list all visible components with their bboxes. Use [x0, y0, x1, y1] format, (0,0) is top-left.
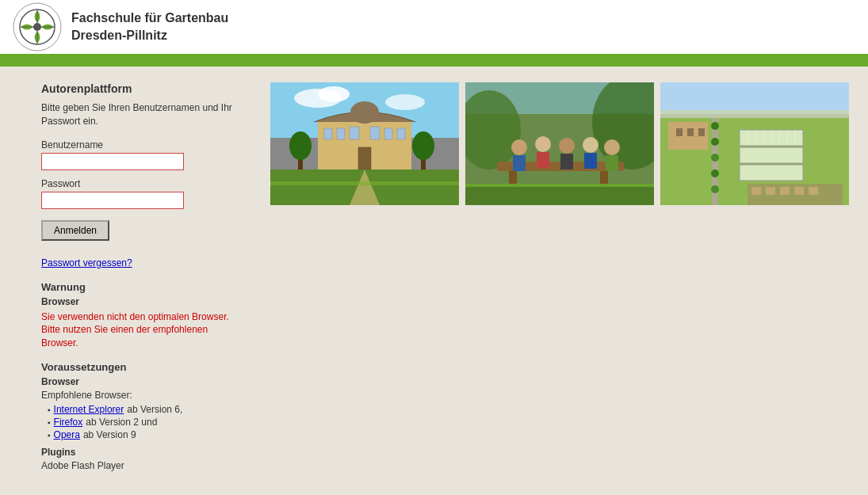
- svg-rect-45: [660, 110, 849, 118]
- username-input[interactable]: [41, 153, 184, 170]
- svg-point-40: [604, 139, 620, 155]
- svg-rect-70: [780, 187, 790, 195]
- photo-container: [270, 82, 849, 205]
- svg-rect-13: [337, 128, 345, 139]
- firefox-link[interactable]: Firefox: [54, 417, 83, 428]
- main-container: Autorenplattform Bitte geben Sie Ihren B…: [0, 67, 868, 487]
- svg-rect-15: [370, 127, 380, 139]
- opera-version: ab Version 9: [83, 429, 136, 440]
- left-panel: Autorenplattform Bitte geben Sie Ihren B…: [0, 67, 258, 487]
- svg-rect-59: [687, 128, 694, 136]
- svg-point-63: [711, 138, 719, 146]
- login-button[interactable]: Anmelden: [41, 220, 109, 241]
- warning-title: Warnung: [41, 281, 242, 293]
- svg-rect-18: [358, 147, 371, 169]
- svg-point-7: [318, 86, 350, 102]
- svg-rect-35: [537, 152, 549, 168]
- svg-rect-37: [560, 154, 573, 169]
- svg-rect-39: [584, 153, 597, 169]
- prerequisites-title: Voraussetzungen: [41, 361, 242, 373]
- svg-rect-60: [698, 128, 705, 136]
- svg-rect-69: [766, 187, 775, 195]
- svg-point-66: [711, 185, 719, 193]
- plugins-subheading: Plugins: [41, 447, 242, 458]
- photo-students: [465, 82, 654, 205]
- header-title-line2: Dresden-Pillnitz: [71, 27, 228, 44]
- green-bar-decoration: [0, 57, 868, 67]
- svg-point-62: [711, 122, 719, 130]
- page-header: Fachschule für Gartenbau Dresden-Pillnit…: [0, 0, 868, 57]
- svg-rect-41: [606, 155, 618, 171]
- prerequisites-browser-subheading: Browser: [41, 376, 242, 387]
- svg-rect-48: [740, 147, 803, 163]
- svg-point-32: [511, 139, 527, 155]
- browser-list: Internet Explorer ab Version 6, Firefox …: [41, 404, 242, 440]
- svg-rect-44: [660, 82, 849, 114]
- recommended-text: Empfohlene Browser:: [41, 390, 242, 401]
- plugins-text: Adobe Flash Player: [41, 460, 242, 471]
- ie-version: ab Version 6,: [127, 404, 182, 415]
- svg-point-34: [535, 136, 551, 152]
- photo-palace: [270, 82, 459, 205]
- username-label: Benutzername: [41, 139, 242, 150]
- svg-rect-12: [324, 128, 332, 139]
- svg-point-21: [289, 131, 312, 160]
- warning-browser-text: Sie verwenden nicht den optimalen Browse…: [41, 310, 242, 350]
- svg-rect-33: [513, 155, 526, 171]
- list-item: Internet Explorer ab Version 6,: [48, 404, 242, 415]
- warning-browser-subheading: Browser: [41, 296, 242, 307]
- svg-rect-68: [751, 187, 761, 195]
- svg-rect-16: [384, 128, 392, 139]
- password-input[interactable]: [41, 192, 184, 209]
- svg-rect-17: [397, 128, 405, 139]
- photo-aerial: [660, 82, 849, 205]
- svg-point-38: [583, 137, 598, 153]
- header-title-line1: Fachschule für Gartenbau: [71, 10, 228, 27]
- svg-rect-11: [358, 112, 371, 122]
- svg-point-8: [385, 94, 425, 110]
- password-label: Passwort: [41, 178, 242, 189]
- internet-explorer-link[interactable]: Internet Explorer: [54, 404, 124, 415]
- school-logo: [13, 2, 62, 51]
- right-panel: [258, 67, 868, 487]
- svg-rect-71: [794, 187, 804, 195]
- forgot-password-link[interactable]: Passwort vergessen?: [41, 257, 132, 268]
- svg-rect-49: [740, 165, 803, 181]
- svg-rect-58: [676, 128, 683, 136]
- section-title-autorenplattform: Autorenplattform: [41, 82, 242, 95]
- svg-point-65: [711, 169, 719, 177]
- list-item: Firefox ab Version 2 und: [48, 417, 242, 428]
- list-item: Opera ab Version 9: [48, 429, 242, 440]
- svg-point-36: [559, 138, 575, 154]
- svg-rect-14: [350, 127, 359, 139]
- description-text: Bitte geben Sie Ihren Benutzernamen und …: [41, 101, 242, 128]
- svg-rect-42: [465, 185, 654, 205]
- opera-link[interactable]: Opera: [54, 429, 80, 440]
- svg-rect-24: [270, 181, 459, 185]
- svg-rect-72: [809, 187, 818, 195]
- svg-rect-43: [465, 184, 654, 187]
- svg-point-23: [412, 131, 434, 160]
- header-title-block: Fachschule für Gartenbau Dresden-Pillnit…: [71, 10, 228, 45]
- footer-area: ): [0, 487, 868, 495]
- firefox-version: ab Version 2 und: [86, 417, 157, 428]
- svg-point-64: [711, 154, 719, 162]
